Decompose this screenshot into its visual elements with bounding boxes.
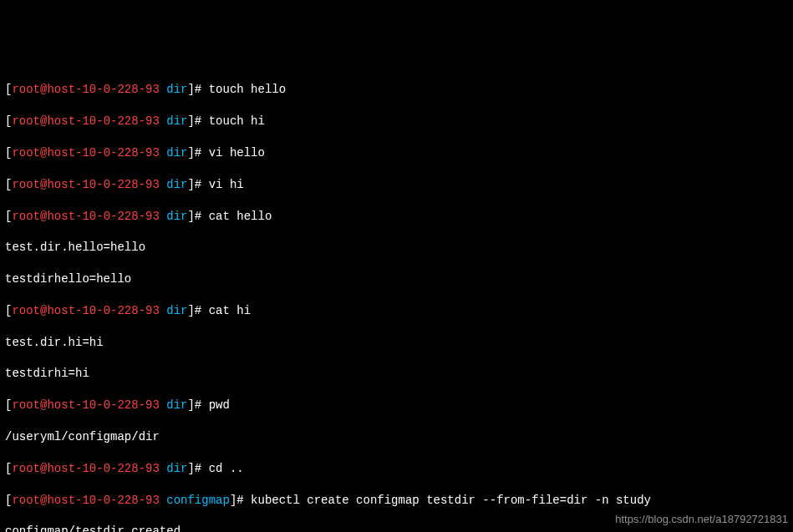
prompt: [root@host-10-0-228-93 dir]# — [5, 210, 209, 223]
prompt: [root@host-10-0-228-93 dir]# — [5, 462, 209, 475]
watermark-text: https://blog.csdn.net/a18792721831 — [615, 512, 788, 527]
terminal-line: [root@host-10-0-228-93 dir]# touch hello — [5, 82, 788, 98]
terminal-output[interactable]: [root@host-10-0-228-93 dir]# touch hello… — [5, 67, 788, 532]
command-text: cat hi — [209, 304, 251, 317]
terminal-line: [root@host-10-0-228-93 dir]# vi hi — [5, 177, 788, 193]
command-text: pwd — [209, 398, 230, 412]
user: root@ — [12, 83, 47, 96]
prompt: [root@host-10-0-228-93 dir]# — [5, 146, 209, 160]
command-text: touch hi — [209, 114, 265, 128]
output-text: /useryml/configmap/dir — [5, 429, 788, 445]
terminal-line: [root@host-10-0-228-93 configmap]# kubec… — [5, 493, 788, 509]
output-text: testdirhello=hello — [5, 271, 788, 287]
terminal-line: [root@host-10-0-228-93 dir]# cd .. — [5, 461, 788, 477]
output-text: test.dir.hi=hi — [5, 335, 788, 351]
terminal-line: [root@host-10-0-228-93 dir]# cat hi — [5, 303, 788, 319]
command-text: touch hello — [209, 83, 286, 96]
command-text: cat hello — [209, 210, 272, 223]
terminal-line: [root@host-10-0-228-93 dir]# vi hello — [5, 145, 788, 161]
prompt: [root@host-10-0-228-93 dir]# — [5, 304, 209, 317]
terminal-line: [root@host-10-0-228-93 dir]# pwd — [5, 398, 788, 413]
prompt: [root@host-10-0-228-93 dir]# — [5, 114, 209, 128]
command-text: cd .. — [209, 462, 244, 475]
host: host-10-0-228-93 — [47, 83, 159, 96]
command-text: kubectl create configmap testdir --from-… — [251, 494, 651, 507]
output-text: testdirhi=hi — [5, 366, 788, 382]
prompt: [root@host-10-0-228-93 dir]# — [5, 83, 209, 96]
prompt: [root@host-10-0-228-93 dir]# — [5, 178, 209, 191]
command-text: vi hi — [209, 178, 244, 191]
terminal-line: [root@host-10-0-228-93 dir]# cat hello — [5, 209, 788, 225]
output-text: test.dir.hello=hello — [5, 240, 788, 256]
command-text: vi hello — [209, 146, 265, 160]
prompt: [root@host-10-0-228-93 dir]# — [5, 398, 209, 412]
terminal-line: [root@host-10-0-228-93 dir]# touch hi — [5, 114, 788, 129]
cwd: dir — [166, 83, 187, 96]
prompt: [root@host-10-0-228-93 configmap]# — [5, 494, 251, 507]
